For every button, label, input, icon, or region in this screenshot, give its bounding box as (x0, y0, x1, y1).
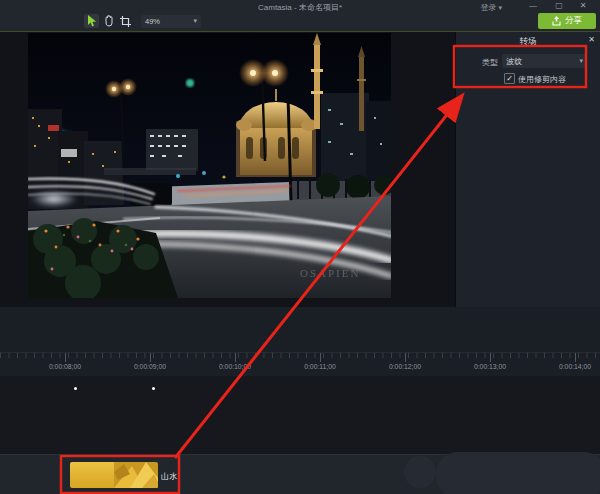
ruler-timestamp: 0:00:09;00 (134, 363, 166, 370)
crop-icon (120, 16, 131, 27)
header-bar: Camtasia - 未命名项目* 登录▾ — ▢ ✕ 49% ▾ 分享 (0, 0, 600, 32)
media-clip[interactable] (70, 462, 158, 488)
night-city-photo: OSAPIEN (28, 33, 391, 298)
clip-label: 山水 (161, 471, 177, 482)
ruler-timestamp: 0:00:11;00 (304, 363, 336, 370)
close-button[interactable]: ✕ (574, 1, 592, 11)
transitions-properties-panel: 转场 ✕ 类型 波纹 ▾ ✓ 使用修剪内容 (455, 32, 600, 307)
camtasia-window: Camtasia - 未命名项目* 登录▾ — ▢ ✕ 49% ▾ 分享 (0, 0, 600, 494)
transition-type-value: 波纹 (506, 56, 522, 67)
canvas-preview-image[interactable]: OSAPIEN (28, 33, 391, 298)
chevron-down-icon: ▾ (579, 57, 583, 65)
zoom-level-select[interactable]: 49% ▾ (141, 15, 201, 28)
clip-body (70, 462, 114, 488)
minimize-button[interactable]: — (524, 1, 542, 11)
ruler-timestamp: 0:00:08;00 (49, 363, 81, 370)
transport-controls: ‹ › 00:00 / 00:15 属性 (0, 307, 600, 352)
cursor-tool-button[interactable] (84, 14, 99, 28)
clip-thumbnail-image (114, 462, 158, 488)
share-upload-icon (552, 16, 561, 26)
panel-header: 转场 ✕ (456, 32, 600, 48)
timeline-tracks[interactable]: 山水 (0, 376, 600, 494)
use-trimmed-label: 使用修剪内容 (518, 74, 566, 85)
share-label: 分享 (565, 15, 582, 27)
maximize-button[interactable]: ▢ (550, 1, 568, 11)
canvas-toolbar: 49% ▾ (84, 13, 201, 29)
ruler-ticks (0, 353, 600, 362)
editor-main: OSAPIEN 转场 ✕ 类型 波纹 ▾ ✓ 使用修剪内容 (0, 32, 600, 307)
hand-icon (104, 15, 114, 27)
login-button[interactable]: 登录▾ (480, 2, 502, 13)
ruler-timestamp: 0:00:14;00 (559, 363, 591, 370)
ruler-timestamp: 0:00:10;00 (219, 363, 251, 370)
use-trimmed-row: ✓ 使用修剪内容 (456, 71, 600, 85)
cursor-blob-circle (404, 456, 436, 488)
chevron-down-icon: ▾ (498, 4, 502, 11)
crop-tool-button[interactable] (118, 14, 133, 28)
transition-type-select[interactable]: 波纹 ▾ (502, 54, 587, 68)
clip-thumbnail (114, 462, 158, 488)
pan-tool-button[interactable] (101, 14, 116, 28)
check-icon: ✓ (506, 74, 513, 83)
ruler-labels: 0:00:08;000:00:09;000:00:10;000:00:11;00… (0, 363, 600, 375)
timeline-ruler[interactable]: 0:00:08;000:00:09;000:00:10;000:00:11;00… (0, 352, 600, 377)
cursor-arrow-icon (87, 15, 97, 27)
clip-trim-handle-right[interactable] (152, 387, 155, 390)
share-button[interactable]: 分享 (538, 13, 596, 29)
use-trimmed-checkbox[interactable]: ✓ (504, 73, 515, 84)
cursor-blob-rect (436, 452, 600, 494)
zoom-level-value: 49% (145, 17, 160, 26)
window-title: Camtasia - 未命名项目* (0, 2, 600, 13)
clip-trim-handle-left[interactable] (74, 387, 77, 390)
transition-type-row: 类型 波纹 ▾ (456, 53, 600, 69)
ruler-timestamp: 0:00:12;00 (389, 363, 421, 370)
photo-watermark: OSAPIEN (300, 267, 360, 279)
type-label: 类型 (482, 57, 498, 68)
ruler-timestamp: 0:00:13;00 (474, 363, 506, 370)
panel-title: 转场 (456, 36, 600, 48)
chevron-down-icon: ▾ (193, 17, 197, 25)
panel-close-icon[interactable]: ✕ (588, 35, 595, 44)
